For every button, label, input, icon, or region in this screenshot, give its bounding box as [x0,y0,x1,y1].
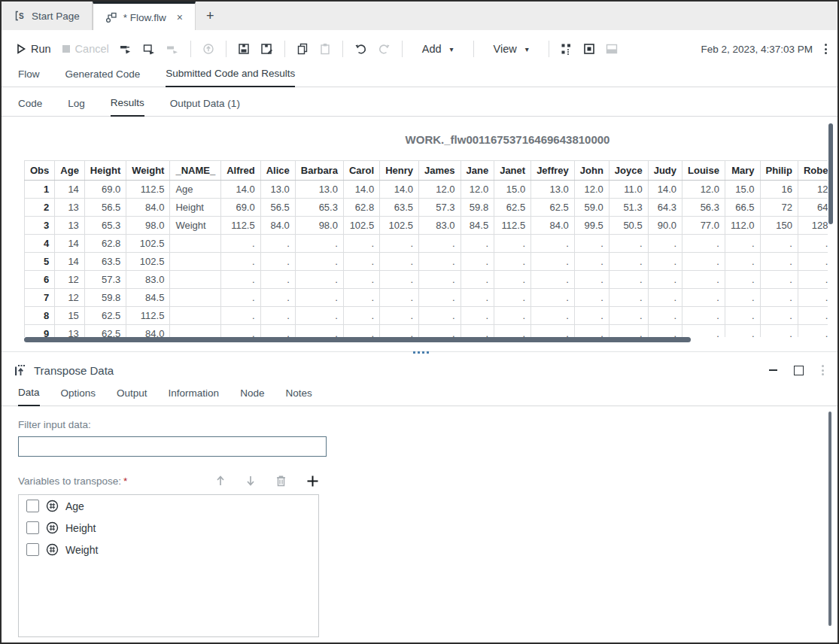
table-row[interactable]: 31365.398.0Weight112.584.098.0102.5102.5… [25,217,828,235]
variable-item-age[interactable]: Age [19,495,318,517]
horizontal-scrollbar-thumb[interactable] [24,337,691,342]
toolbar-separator [549,41,549,57]
transpose-panel-header: Transpose Data [2,355,837,385]
table-cell: . [574,271,609,289]
table-cell [170,253,221,271]
table-cell: 7 [25,289,55,307]
table-cell: 128 [798,217,828,235]
minimize-panel-icon[interactable] [769,369,777,371]
table-cell: . [295,253,343,271]
table-row[interactable]: 81562.5112.5................ [25,307,828,325]
vertical-scrollbar-thumb[interactable] [828,123,833,224]
table-row[interactable]: 11469.0112.5Age14.013.013.014.014.012.01… [25,181,828,199]
table-cell: 150 [760,217,798,235]
table-row[interactable]: 61257.383.0................ [25,271,828,289]
close-tab-icon[interactable]: × [177,11,183,23]
column-header: John [574,161,609,181]
table-cell: 65.3 [84,217,126,235]
table-cell: 14.0 [380,181,419,199]
table-cell: 3 [25,217,55,235]
column-header: Jeffrey [531,161,575,181]
copy-button[interactable] [296,43,309,55]
results-area: WORK._flw00116753716469643810000 ObsAgeH… [2,117,839,337]
variable-item-weight[interactable]: Weight [19,539,318,560]
maximize-view-toggle[interactable] [583,43,595,55]
undo-button[interactable] [354,43,367,55]
redo-icon [378,43,391,55]
table-cell: 112.5 [126,181,170,199]
maximize-panel-icon[interactable] [794,366,804,375]
numeric-variable-icon [46,543,59,556]
panel-tab-data[interactable]: Data [18,387,40,406]
more-options-icon[interactable] [823,42,828,56]
table-cell: . [221,253,261,271]
table-cell: 99.5 [574,217,609,235]
numeric-variable-icon [46,543,59,556]
toolbar-separator [342,41,343,57]
panel-tab-information[interactable]: Information [169,387,220,406]
tab-start-page[interactable]: S Start Page [2,2,93,30]
tab-flow-flw[interactable]: * Flow.flw × [93,2,196,31]
table-cell: 112.5 [126,307,170,325]
panel-scrollbar-thumb[interactable] [828,412,831,626]
run-button[interactable]: Run [16,43,51,55]
table-cell: . [380,325,419,338]
table-cell [170,235,221,253]
table-cell: Age [170,181,221,199]
panel-tab-node[interactable]: Node [240,387,264,406]
flow-overview-toggle[interactable] [561,43,573,55]
table-row[interactable]: 51463.5102.5................ [25,253,828,271]
table-cell: . [609,325,648,338]
table-row[interactable]: 71259.884.5................ [25,289,828,307]
last-run-timestamp: Feb 2, 2023, 4:37:03 PM [701,44,813,55]
table-cell: 62.5 [531,199,575,217]
checkbox[interactable] [26,521,39,534]
view-dropdown[interactable]: View ▾ [494,43,529,55]
table-cell: 13.0 [295,181,343,199]
run-selected-node-button[interactable] [143,44,156,55]
table-cell: 62.8 [343,199,379,217]
sas-studio-window: S Start Page * Flow.flw × + Run Cancel [0,0,839,644]
tab-flow[interactable]: Flow [18,68,40,87]
column-header: Louise [682,161,725,181]
table-cell: . [494,325,531,338]
checkbox[interactable] [26,500,39,512]
add-variable-icon[interactable] [306,475,319,488]
table-row[interactable]: 41462.8102.5................ [25,235,828,253]
panel-tab-output[interactable]: Output [117,387,147,406]
table-cell: . [609,235,648,253]
panel-tab-notes[interactable]: Notes [285,387,312,406]
run-to-selected-node-button[interactable] [120,44,132,55]
panel-tab-options[interactable]: Options [61,387,96,406]
table-cell: 4 [25,235,55,253]
panel-more-options-icon[interactable] [820,363,825,377]
tab-code[interactable]: Code [18,98,42,116]
tab-log[interactable]: Log [68,98,85,116]
table-header-row: ObsAgeHeightWeight_NAME_AlfredAliceBarba… [25,161,828,181]
filter-input[interactable] [18,436,327,457]
table-row[interactable]: 91362.584.0................ [25,325,828,338]
table-cell: . [494,307,531,325]
tab-output-data-1-[interactable]: Output Data (1) [170,98,240,116]
table-cell: 6 [25,271,55,289]
new-tab-button[interactable]: + [196,2,225,30]
numeric-variable-icon [46,500,59,512]
tab-results[interactable]: Results [111,97,144,117]
table-cell: . [295,289,343,307]
add-dropdown[interactable]: Add ▾ [422,43,454,55]
delete-variable-icon [275,475,287,487]
table-cell: . [798,307,828,325]
save-button[interactable] [238,43,250,55]
table-cell: . [380,253,419,271]
tab-submitted-code-and-results[interactable]: Submitted Code and Results [166,68,295,87]
panel-splitter-handle[interactable] [412,350,430,355]
table-cell: . [531,307,575,325]
save-all-button[interactable] [260,43,273,55]
redo-button [378,43,391,55]
table-row[interactable]: 21356.584.0Height69.056.565.362.863.557.… [25,199,828,217]
variable-item-height[interactable]: Height [19,517,318,539]
table-cell: 15.0 [494,181,531,199]
checkbox[interactable] [26,543,39,556]
tab-generated-code[interactable]: Generated Code [65,68,141,87]
table-cell: 14 [55,181,85,199]
